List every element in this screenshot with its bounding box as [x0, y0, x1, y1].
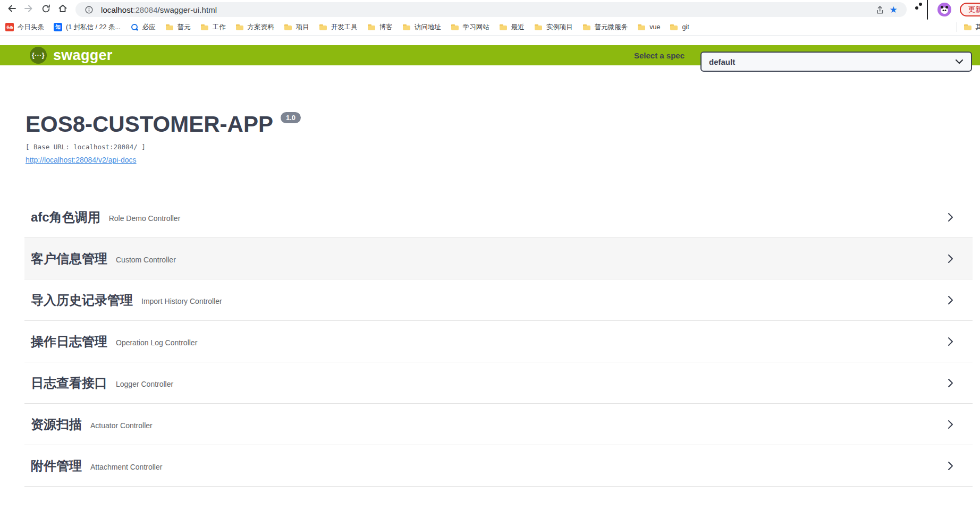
browser-toolbar: localhost:28084/swagger-ui.html ★ 更新	[0, 0, 980, 19]
toolbar-right-cluster: 更新	[915, 0, 975, 19]
back-arrow-icon	[6, 3, 17, 16]
api-section-row[interactable]: afc角色调用 Role Demo Controller	[24, 197, 973, 238]
bookmark-favicon	[582, 23, 591, 31]
bookmark-item[interactable]: vue	[637, 23, 660, 31]
bookmark-item[interactable]: (1 封私信 / 22 条...	[54, 23, 121, 32]
version-badge: 1.0	[281, 112, 301, 123]
api-section-row[interactable]: 日志查看接口 Logger Controller	[24, 362, 973, 404]
chevron-right-icon[interactable]	[945, 211, 956, 223]
bookmarks-separator	[957, 22, 957, 32]
bookmarks-bar: 今日头条 (1 封私信 / 22 条... 必应 普元	[0, 19, 980, 35]
share-icon[interactable]	[873, 3, 886, 16]
address-bar[interactable]: localhost:28084/swagger-ui.html ★	[75, 2, 907, 17]
bookmark-label: vue	[649, 23, 660, 31]
bookmark-label: 工作	[213, 23, 226, 32]
bookmark-item[interactable]: 访问地址	[402, 23, 441, 32]
profile-avatar[interactable]	[937, 3, 951, 16]
api-section-row[interactable]: 操作日志管理 Operation Log Controller	[24, 321, 973, 362]
section-title: 资源扫描	[31, 416, 82, 433]
section-title: 操作日志管理	[31, 333, 107, 350]
bookmark-label: 方案资料	[248, 23, 274, 32]
bookmark-favicon	[367, 23, 376, 31]
chrome-update-button[interactable]: 更新	[960, 3, 980, 16]
chevron-right-icon[interactable]	[945, 377, 956, 389]
section-title: 附件管理	[31, 457, 82, 474]
star-filled-glyph: ★	[889, 5, 897, 14]
section-title: 导入历史记录管理	[31, 292, 133, 309]
bookmark-favicon	[319, 23, 327, 31]
bookmark-favicon	[499, 23, 508, 31]
bookmark-favicon	[130, 23, 139, 31]
bookmark-item[interactable]: 实例项目	[534, 23, 573, 32]
browser-chrome: localhost:28084/swagger-ui.html ★ 更新 今日头…	[0, 0, 980, 36]
other-bookmarks-label: 其	[976, 23, 980, 32]
bookmark-favicon	[54, 23, 62, 31]
section-subtitle: Operation Log Controller	[116, 338, 197, 347]
logo-glyph: {···}	[32, 52, 45, 59]
refresh-button[interactable]	[37, 1, 54, 18]
section-subtitle: Logger Controller	[116, 380, 173, 388]
api-title-text: EOS8-CUSTOMER-APP	[26, 112, 273, 137]
site-info-icon[interactable]	[82, 3, 96, 16]
bookmark-label: 实例项目	[546, 23, 573, 32]
swagger-logo-icon[interactable]: {···}	[30, 47, 47, 64]
bookmark-label: 普元	[178, 23, 191, 32]
base-url-text: [ Base URL: localhost:28084/ ]	[26, 143, 980, 151]
other-bookmarks-folder[interactable]: 其	[964, 23, 980, 32]
bookmark-item[interactable]: git	[670, 23, 689, 31]
chevron-right-icon[interactable]	[945, 460, 956, 472]
bookmark-item[interactable]: 开发工具	[319, 23, 358, 32]
bookmark-label: (1 封私信 / 22 条...	[66, 23, 121, 32]
bookmark-item[interactable]: 必应	[130, 23, 156, 32]
side-panel-button[interactable]	[927, 0, 929, 19]
bookmark-item[interactable]: 方案资料	[235, 23, 274, 32]
bookmark-star-icon[interactable]: ★	[886, 3, 900, 16]
chevron-right-icon[interactable]	[945, 336, 956, 347]
swagger-topbar: {···} swagger Select a spec default	[0, 45, 980, 65]
bookmark-item[interactable]: 普元	[165, 23, 191, 32]
api-section-row[interactable]: 附件管理 Attachment Controller	[24, 445, 973, 487]
chevron-right-icon[interactable]	[945, 253, 956, 265]
bookmark-item[interactable]: 普元微服务	[582, 23, 628, 32]
bookmark-label: 项目	[296, 23, 309, 32]
back-button[interactable]	[3, 1, 20, 18]
forward-arrow-icon	[23, 3, 34, 16]
bookmark-favicon	[670, 23, 678, 31]
bookmark-item[interactable]: 项目	[284, 23, 309, 32]
bookmark-favicon	[235, 23, 244, 31]
spec-select-dropdown[interactable]: default	[700, 52, 972, 72]
section-subtitle: Import History Controller	[141, 297, 222, 305]
home-icon	[57, 3, 68, 16]
api-docs-link[interactable]: http://localhost:28084/v2/api-docs	[26, 156, 137, 164]
section-title: 日志查看接口	[31, 375, 107, 392]
section-title: afc角色调用	[31, 209, 100, 226]
bookmark-favicon	[402, 23, 411, 31]
bookmark-label: git	[682, 23, 689, 31]
bookmark-label: 学习网站	[463, 23, 489, 32]
bookmark-favicon	[200, 23, 209, 31]
section-title: 客户信息管理	[31, 250, 107, 267]
api-section-row[interactable]: 客户信息管理 Custom Controller	[24, 238, 973, 279]
api-section-row[interactable]: 导入历史记录管理 Import History Controller	[24, 279, 973, 321]
swagger-logo-text[interactable]: swagger	[53, 47, 113, 64]
bookmark-label: 最近	[511, 23, 525, 32]
home-button[interactable]	[54, 1, 71, 18]
chevron-right-icon[interactable]	[945, 419, 956, 430]
bookmark-item[interactable]: 学习网站	[451, 23, 489, 32]
extensions-button[interactable]	[915, 5, 918, 14]
folder-icon	[964, 23, 972, 31]
forward-button[interactable]	[20, 1, 37, 18]
bookmark-favicon	[5, 23, 14, 31]
bookmark-favicon	[451, 23, 459, 31]
bookmark-item[interactable]: 工作	[200, 23, 226, 32]
spec-select-value: default	[709, 57, 735, 66]
chevron-right-icon[interactable]	[945, 294, 956, 306]
bookmark-label: 博客	[379, 23, 393, 32]
api-section-row[interactable]: 资源扫描 Actuator Controller	[24, 404, 973, 445]
bookmark-label: 今日头条	[18, 23, 44, 32]
bookmark-item[interactable]: 博客	[367, 23, 393, 32]
bookmark-label: 访问地址	[415, 23, 441, 32]
bookmark-favicon	[165, 23, 174, 31]
bookmark-item[interactable]: 最近	[499, 23, 525, 32]
bookmark-item[interactable]: 今日头条	[5, 23, 44, 32]
